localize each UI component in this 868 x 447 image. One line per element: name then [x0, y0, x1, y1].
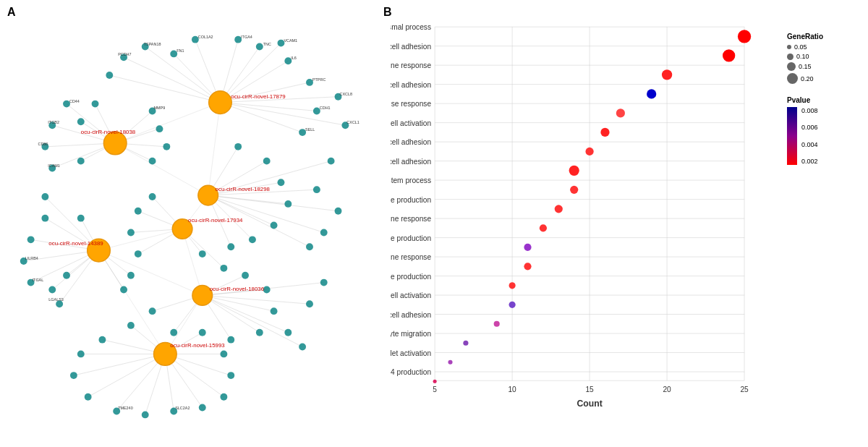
pvalue-label-4: 0.002 [801, 158, 818, 165]
dot-9 [555, 205, 563, 213]
svg-text:positive regulation of immune : positive regulation of immune system pro… [391, 176, 431, 184]
svg-text:5: 5 [433, 386, 437, 393]
svg-point-118 [227, 243, 234, 250]
svg-point-145 [227, 336, 234, 344]
svg-point-130 [41, 215, 48, 222]
svg-point-151 [320, 279, 328, 286]
svg-point-148 [284, 329, 292, 336]
svg-text:single organismal cell-cell ad: single organismal cell-cell adhesion [391, 158, 431, 166]
svg-line-10 [124, 57, 220, 102]
svg-point-161 [220, 393, 227, 401]
svg-text:platelet activation: platelet activation [391, 349, 431, 357]
svg-line-4 [220, 103, 302, 133]
svg-point-106 [92, 101, 99, 108]
svg-line-78 [115, 103, 220, 143]
svg-text:ITGB2: ITGB2 [48, 120, 59, 124]
svg-text:LGALS3: LGALS3 [48, 297, 64, 302]
hub-labels: ocu-cirR-novel-17879 ocu-cirR-novel-1803… [48, 93, 286, 349]
generatio-item-4: 0.20 [787, 73, 861, 84]
svg-text:CD86: CD86 [38, 142, 48, 146]
svg-text:ocu-cirR-novel-15993: ocu-cirR-novel-15993 [170, 342, 225, 349]
pvalue-label-3: 0.004 [801, 141, 818, 148]
svg-text:regulation of cytokine product: regulation of cytokine production [391, 234, 431, 242]
svg-text:VCAM1: VCAM1 [284, 38, 297, 43]
svg-text:cell adhesion: cell adhesion [391, 43, 431, 51]
svg-line-86 [98, 250, 165, 354]
pvalue-color-labels: 0.008 0.006 0.004 0.002 [801, 107, 818, 165]
svg-point-121 [335, 208, 342, 215]
svg-point-164 [199, 329, 206, 336]
svg-point-147 [149, 307, 156, 315]
dot-0 [738, 30, 751, 43]
svg-text:ocu-cirR-novel-17879: ocu-cirR-novel-17879 [231, 93, 286, 100]
svg-point-154 [77, 350, 85, 357]
svg-text:FN1: FN1 [176, 48, 184, 53]
svg-text:TNC: TNC [263, 42, 271, 46]
svg-text:ocu-cirR-novel-18038: ocu-cirR-novel-18038 [81, 129, 136, 135]
generatio-label-4: 0.20 [801, 75, 814, 82]
svg-point-120 [328, 158, 335, 165]
svg-line-56 [203, 295, 274, 311]
generatio-legend-title: GeneRatio [787, 33, 861, 41]
dot-6 [585, 148, 593, 156]
pvalue-label-1: 0.008 [801, 107, 818, 114]
svg-point-127 [135, 250, 142, 257]
dot-12 [524, 263, 531, 270]
svg-line-3 [220, 103, 316, 111]
dotplot-container: positive regulation of multicellular org… [391, 18, 861, 441]
svg-point-117 [249, 236, 256, 243]
svg-text:CXCL8: CXCL8 [339, 92, 352, 96]
dot-3 [647, 89, 656, 98]
svg-line-69 [88, 354, 166, 396]
svg-point-143 [271, 307, 278, 315]
svg-text:PCDH7: PCDH7 [118, 52, 131, 56]
svg-text:immune response: immune response [391, 61, 431, 69]
svg-text:ITGA4: ITGA4 [241, 35, 252, 39]
svg-point-149 [299, 344, 306, 351]
svg-point-131 [27, 236, 35, 243]
svg-point-138 [41, 193, 48, 200]
generatio-label-1: 0.05 [794, 43, 807, 51]
svg-text:cell-cell adhesion: cell-cell adhesion [391, 81, 431, 89]
svg-text:LILRB4: LILRB4 [25, 256, 38, 260]
svg-text:positive regulation of multice: positive regulation of multicellular org… [391, 23, 431, 31]
svg-text:TSPAN18: TSPAN18 [144, 42, 161, 46]
panel-b: B [376, 0, 868, 447]
svg-point-110 [149, 158, 156, 165]
dot-11 [524, 244, 531, 251]
dotplot-main: positive regulation of multicellular org… [391, 18, 781, 441]
pvalue-legend-title: Pvalue [787, 96, 861, 104]
svg-point-156 [85, 393, 92, 401]
svg-text:cytokine production: cytokine production [391, 196, 431, 204]
svg-line-82 [98, 229, 182, 251]
dot-4 [616, 108, 625, 117]
svg-line-35 [208, 195, 324, 232]
svg-line-84 [98, 250, 202, 295]
svg-text:25: 25 [740, 386, 749, 393]
svg-point-126 [127, 229, 135, 237]
svg-point-122 [320, 229, 328, 237]
svg-point-124 [149, 193, 156, 200]
svg-point-134 [48, 286, 56, 294]
svg-point-160 [199, 404, 206, 412]
svg-text:ocu-cirR-novel-18298: ocu-cirR-novel-18298 [216, 186, 271, 192]
svg-text:positive regulation of cytokin: positive regulation of cytokine producti… [391, 273, 431, 281]
svg-point-153 [98, 336, 106, 344]
svg-text:PTPRC: PTPRC [312, 77, 326, 82]
svg-text:CXCL1: CXCL1 [346, 120, 359, 124]
svg-text:TME240: TME240 [118, 406, 133, 410]
svg-point-144 [256, 329, 263, 336]
svg-line-68 [74, 354, 165, 375]
svg-text:CDH1: CDH1 [320, 106, 331, 110]
svg-point-112 [234, 143, 242, 150]
svg-point-128 [199, 250, 206, 257]
svg-point-109 [163, 143, 170, 150]
dot-18 [433, 380, 437, 383]
svg-point-141 [242, 272, 249, 279]
dot-7 [569, 166, 579, 176]
svg-text:COL1A2: COL1A2 [198, 35, 213, 39]
svg-point-150 [306, 300, 313, 307]
dot-15 [494, 321, 500, 327]
svg-point-98 [106, 72, 113, 79]
svg-point-119 [313, 186, 320, 193]
